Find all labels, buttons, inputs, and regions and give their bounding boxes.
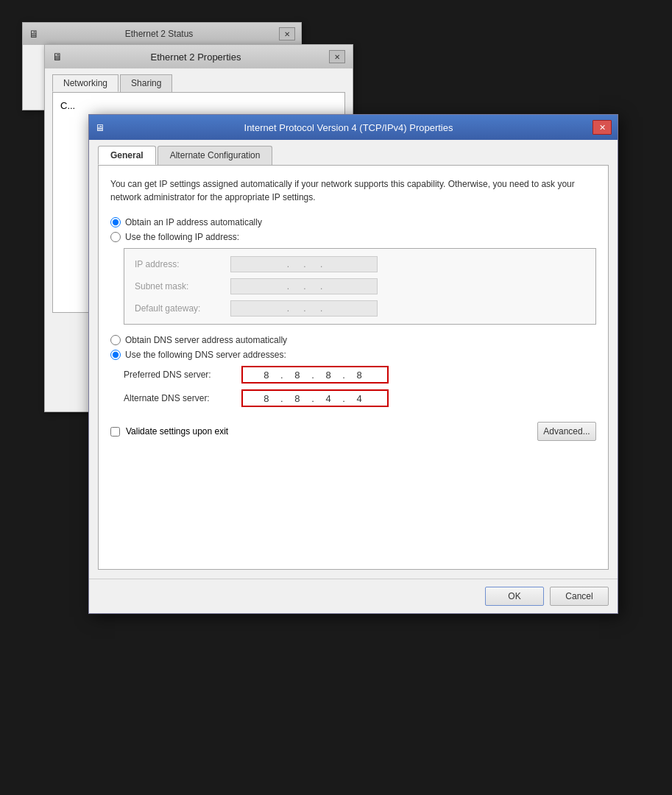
obtain-ip-row: Obtain an IP address automatically [110,217,596,227]
default-gateway-label: Default gateway: [135,303,230,314]
validate-container: Validate settings upon exit [110,426,228,437]
use-ip-label: Use the following IP address: [125,232,239,242]
validate-advanced-row: Validate settings upon exit Advanced... [110,422,596,441]
use-dns-label: Use the following DNS server addresses: [125,350,286,360]
alternate-dns-value: 8 . 8 . 4 . 4 [264,393,366,404]
alternate-dns-field[interactable]: 8 . 8 . 4 . 4 [241,389,389,407]
ipv4-dialog-icon: 🖥 [95,122,105,133]
ipv4-tabs: General Alternate Configuration [98,146,609,165]
preferred-dns-label: Preferred DNS server: [124,370,241,380]
tab-alternate-config[interactable]: Alternate Configuration [158,146,273,165]
dialog-body: General Alternate Configuration You can … [89,140,618,579]
preferred-dns-field[interactable]: 8 . 8 . 8 . 8 [241,366,389,384]
advanced-button[interactable]: Advanced... [537,422,596,441]
dns-fields-container: Preferred DNS server: 8 . 8 . 8 . 8 Alte… [124,366,596,407]
subnet-mask-row: Subnet mask: . . . [135,278,585,294]
use-ip-radio[interactable] [110,232,121,242]
ip-address-row: IP address: . . . [135,256,585,272]
subnet-mask-label: Subnet mask: [135,281,230,292]
props-icon: 🖥 [52,51,63,63]
default-gateway-row: Default gateway: . . . [135,300,585,317]
bottom-buttons: OK Cancel [89,579,618,613]
dns-section: Obtain DNS server address automatically … [110,335,596,407]
ipv4-close-button[interactable]: ✕ [593,120,612,135]
ip-address-label: IP address: [135,259,230,269]
validate-label: Validate settings upon exit [126,426,228,437]
props-tabs: Networking Sharing [45,68,353,92]
ipv4-properties-dialog: 🖥 Internet Protocol Version 4 (TCP/IPv4)… [88,114,618,614]
alternate-dns-label: Alternate DNS server: [124,393,241,403]
use-dns-row: Use the following DNS server addresses: [110,350,596,360]
tab-networking[interactable]: Networking [52,74,119,92]
ip-radio-group: Obtain an IP address automatically Use t… [110,217,596,242]
status-close-button[interactable]: ✕ [279,27,295,40]
props-title: Ethernet 2 Properties [63,52,329,63]
ip-address-field[interactable]: . . . [230,256,378,272]
default-gateway-field[interactable]: . . . [230,300,378,317]
ip-fields-box: IP address: . . . Subnet mask: . . . Def… [124,248,596,325]
subnet-mask-value: . . . [287,281,329,292]
info-text: You can get IP settings assigned automat… [110,177,596,204]
default-gateway-value: . . . [287,303,329,314]
obtain-dns-label: Obtain DNS server address automatically [125,335,287,345]
use-dns-radio[interactable] [110,350,121,360]
obtain-dns-row: Obtain DNS server address automatically [110,335,596,345]
props-titlebar: 🖥 Ethernet 2 Properties ✕ [45,45,353,68]
ok-button[interactable]: OK [485,587,544,606]
content-text: C... [60,100,75,111]
tab-sharing[interactable]: Sharing [120,74,172,92]
props-close-button[interactable]: ✕ [329,50,345,63]
ip-address-value: . . . [287,259,329,269]
cancel-button[interactable]: Cancel [550,587,609,606]
status-icon: 🖥 [29,28,39,40]
preferred-dns-value: 8 . 8 . 8 . 8 [264,370,366,381]
tab-general[interactable]: General [98,146,156,165]
obtain-ip-label: Obtain an IP address automatically [125,217,262,227]
subnet-mask-field[interactable]: . . . [230,278,378,294]
obtain-dns-radio[interactable] [110,335,121,345]
alternate-dns-row: Alternate DNS server: 8 . 8 . 4 . 4 [124,389,596,407]
validate-checkbox[interactable] [110,427,120,437]
status-title: Ethernet 2 Status [39,29,279,39]
use-ip-row: Use the following IP address: [110,232,596,242]
status-titlebar: 🖥 Ethernet 2 Status ✕ [23,23,301,45]
dialog-content: You can get IP settings assigned automat… [98,165,609,570]
ipv4-titlebar: 🖥 Internet Protocol Version 4 (TCP/IPv4)… [89,115,618,140]
obtain-ip-radio[interactable] [110,217,121,227]
ipv4-title: Internet Protocol Version 4 (TCP/IPv4) P… [105,122,593,133]
preferred-dns-row: Preferred DNS server: 8 . 8 . 8 . 8 [124,366,596,384]
